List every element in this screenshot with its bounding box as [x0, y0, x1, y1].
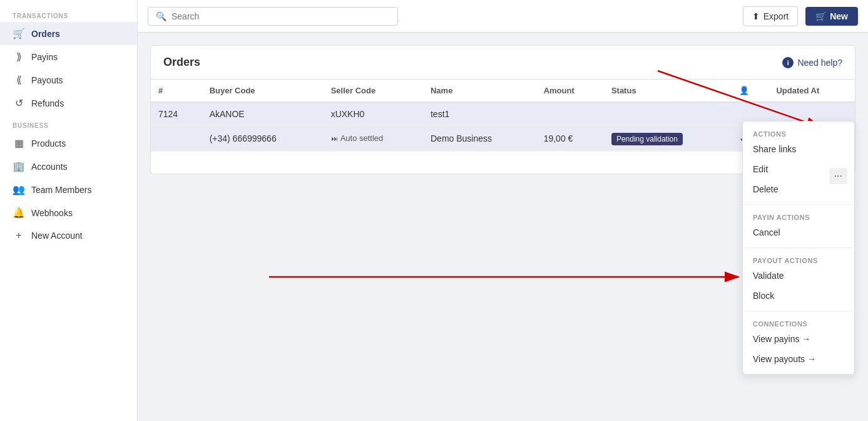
menu-section-payin-actions: Payin actions Cancel: [743, 205, 854, 248]
menu-item-block[interactable]: Block: [743, 286, 854, 306]
sidebar-item-payouts[interactable]: ⟪ Payouts: [0, 68, 137, 91]
cell-seller-code: ⏭ Auto settled: [324, 126, 423, 151]
search-icon: 🔍: [156, 11, 166, 21]
col-id: #: [151, 80, 202, 102]
new-icon: 🛒: [815, 11, 826, 21]
menu-item-cancel[interactable]: Cancel: [743, 222, 854, 242]
sidebar-item-label: Refunds: [31, 98, 64, 108]
col-person: 👤: [732, 80, 768, 102]
context-menu: Actions Share links Edit Delete Payin ac…: [742, 121, 855, 375]
section-label-payout-actions: Payout actions: [743, 253, 854, 266]
export-icon: ⬆: [752, 11, 760, 21]
sidebar-item-payins[interactable]: ⟫ Payins: [0, 45, 137, 68]
export-label: Export: [763, 11, 789, 21]
col-seller-code: Seller Code: [324, 80, 423, 102]
search-input[interactable]: [171, 11, 390, 21]
red-arrow-horizontal: [263, 264, 751, 289]
person-icon: 👤: [739, 86, 749, 95]
sidebar-item-label: Payouts: [31, 75, 63, 85]
cell-id: 7124: [151, 102, 202, 126]
col-buyer-code: Buyer Code: [202, 80, 324, 102]
cell-amount: 19,00 €: [536, 126, 604, 151]
topbar: 🔍 ⬆ Export 🛒 New: [138, 0, 868, 33]
webhooks-icon: 🔔: [13, 207, 25, 219]
menu-section-actions: Actions Share links Edit Delete: [743, 122, 854, 205]
menu-item-share-links[interactable]: Share links: [743, 139, 854, 159]
products-icon: ▦: [13, 137, 25, 149]
menu-section-payout-actions: Payout actions Validate Block: [743, 248, 854, 311]
sidebar-item-accounts[interactable]: 🏢 Accounts: [0, 155, 137, 178]
new-button[interactable]: 🛒 New: [805, 7, 858, 26]
menu-item-view-payins[interactable]: View payins →: [743, 329, 854, 349]
info-icon: i: [782, 57, 794, 68]
col-status: Status: [604, 80, 732, 102]
sidebar: TRANSACTIONS 🛒 Orders ⟫ Payins ⟪ Payouts…: [0, 0, 138, 421]
section-label-payin-actions: Payin actions: [743, 210, 854, 222]
col-name: Name: [423, 80, 536, 102]
need-help-button[interactable]: i Need help?: [782, 57, 842, 68]
sidebar-item-label: Payins: [31, 52, 58, 62]
menu-section-connections: Connections View payins → View payouts →: [743, 311, 854, 374]
row-actions-button[interactable]: ···: [829, 168, 847, 184]
col-updated-at: Updated At: [768, 80, 855, 102]
sidebar-item-label: New Account: [31, 231, 83, 241]
transactions-section-label: TRANSACTIONS: [0, 5, 137, 22]
auto-settled-label: ⏭ Auto settled: [331, 133, 416, 143]
panel-header: Orders i Need help?: [151, 46, 855, 80]
orders-icon: 🛒: [13, 28, 25, 39]
col-amount: Amount: [536, 80, 604, 102]
accounts-icon: 🏢: [13, 160, 25, 172]
team-icon: 👥: [13, 184, 25, 195]
sidebar-item-orders[interactable]: 🛒 Orders: [0, 22, 137, 45]
cell-buyer-code: AkANOE: [202, 102, 324, 126]
auto-icon: ⏭: [331, 135, 338, 142]
cell-amount: [536, 102, 604, 126]
cell-id: [151, 126, 202, 151]
sidebar-item-team-members[interactable]: 👥 Team Members: [0, 178, 137, 201]
new-label: New: [830, 11, 848, 21]
sidebar-item-label: Products: [31, 138, 66, 148]
orders-panel: Orders i Need help?: [150, 45, 855, 174]
cell-buyer-code: (+34) 666999666: [202, 126, 324, 151]
menu-item-view-payouts[interactable]: View payouts →: [743, 349, 854, 369]
need-help-label: Need help?: [797, 58, 842, 68]
menu-item-validate[interactable]: Validate: [743, 266, 854, 286]
status-badge: Pending validation: [611, 133, 683, 145]
cell-status: [604, 102, 732, 126]
payouts-icon: ⟪: [13, 74, 25, 86]
export-button[interactable]: ⬆ Export: [743, 6, 798, 26]
business-section-label: BUSINESS: [0, 115, 137, 132]
cell-seller-code: xUXKH0: [324, 102, 423, 126]
sidebar-item-label: Webhooks: [31, 208, 73, 218]
panel-title: Orders: [163, 56, 200, 69]
sidebar-item-label: Accounts: [31, 162, 68, 172]
cell-name: test1: [423, 102, 536, 126]
search-box: 🔍: [148, 7, 398, 26]
main-area: 🔍 ⬆ Export 🛒 New Orders: [138, 0, 868, 421]
table-header-row: # Buyer Code Seller Code Name Amount Sta…: [151, 80, 855, 102]
sidebar-item-label: Orders: [31, 29, 60, 39]
sidebar-item-new-account[interactable]: + New Account: [0, 224, 137, 247]
refunds-icon: ↺: [13, 97, 25, 109]
content-area: Orders i Need help?: [138, 33, 868, 421]
new-account-icon: +: [13, 230, 25, 241]
cell-name: Demo Business: [423, 126, 536, 151]
payins-icon: ⟫: [13, 51, 25, 63]
sidebar-item-products[interactable]: ▦ Products: [0, 132, 137, 155]
cell-status: Pending validation: [604, 126, 732, 151]
sidebar-item-webhooks[interactable]: 🔔 Webhooks: [0, 201, 137, 224]
sidebar-item-refunds[interactable]: ↺ Refunds: [0, 91, 137, 115]
sidebar-item-label: Team Members: [31, 185, 91, 195]
section-label-actions: Actions: [743, 127, 854, 139]
section-label-connections: Connections: [743, 316, 854, 329]
